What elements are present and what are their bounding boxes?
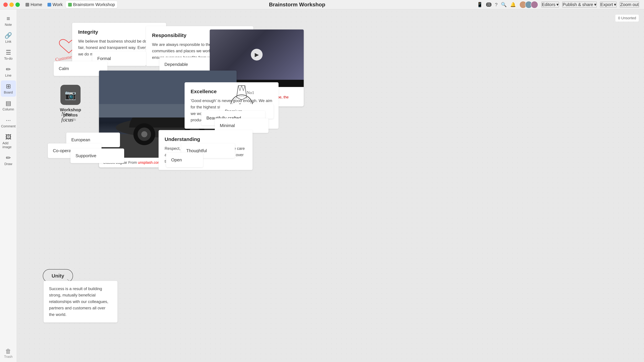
titlebar: Home Work Brainstorm Workshop Brainstorm… — [0, 0, 644, 9]
note-icon: ≡ — [6, 15, 10, 22]
sidebar-item-todo[interactable]: ☰ To-do — [1, 47, 16, 63]
unity-card[interactable]: Success is a result of building strong, … — [44, 281, 118, 323]
svg-text:No1: No1 — [247, 90, 254, 95]
export-button[interactable]: Export ▾ — [600, 2, 616, 7]
sidebar-board-label: Board — [4, 90, 13, 94]
sidebar-note-label: Note — [5, 23, 12, 27]
search-icon[interactable]: 🔍 — [501, 2, 507, 7]
notification-icon[interactable]: 🔔 — [510, 2, 516, 7]
help-icon[interactable]: ? — [495, 2, 498, 7]
tab-workshop-label: Brainstorm Workshop — [73, 2, 115, 7]
editors-label: Editors — [542, 2, 556, 7]
tag-dependable[interactable]: Dependable — [160, 57, 213, 72]
sidebar-draw-label: Draw — [4, 162, 12, 166]
sidebar-item-board[interactable]: ⊞ Board — [1, 80, 16, 97]
sidebar-comment-label: Comment — [1, 124, 16, 128]
column-icon: ▤ — [6, 100, 11, 107]
minimal-label: Minimal — [220, 123, 235, 128]
sidebar-item-line[interactable]: ✏ Line — [1, 63, 16, 80]
board-icon: ⊞ — [6, 83, 11, 90]
zoom-button[interactable]: Zoom out — [620, 2, 639, 7]
publish-label: Publish & share — [562, 2, 593, 7]
tab-bar: Home Work Brainstorm Workshop — [23, 1, 117, 8]
unsorted-badge[interactable]: 0 Unsorted — [615, 14, 639, 22]
open-label: Open — [171, 157, 182, 162]
publish-chevron-icon: ▾ — [594, 2, 596, 7]
svg-text:focus: focus — [61, 117, 73, 123]
home-tab-icon — [26, 3, 29, 6]
sidebar-item-draw[interactable]: ✏ Draw — [1, 152, 16, 168]
tab-work[interactable]: Work — [45, 1, 65, 8]
trash-button[interactable]: 🗑 Trash — [4, 348, 12, 359]
dependable-label: Dependable — [164, 62, 188, 67]
zoom-label: Zoom out — [620, 2, 639, 7]
camera-icon: 📷 — [64, 89, 76, 100]
tab-home[interactable]: Home — [23, 1, 44, 8]
addimage-icon: 🖼 — [5, 134, 12, 141]
sidebar-item-comment[interactable]: ··· Comment — [1, 114, 16, 131]
sidebar-link-label: Link — [5, 40, 12, 44]
new-focus-svg: New focus — [60, 109, 93, 123]
export-label: Export — [600, 2, 613, 7]
understanding-title: Understanding — [164, 135, 246, 143]
sidebar-item-note[interactable]: ≡ Note — [1, 13, 16, 29]
sidebar-column-label: Column — [2, 107, 14, 111]
new-focus-text: New focus — [60, 109, 93, 123]
caption-link[interactable]: unsplash.com — [138, 160, 161, 165]
top-icons: 📱 21 ? 🔍 🔔 — [477, 2, 516, 7]
unity-text: Success is a result of building strong, … — [49, 286, 112, 318]
svg-text:New: New — [61, 111, 72, 117]
trash-label: Trash — [4, 355, 12, 359]
avatar-group — [519, 1, 538, 8]
unity-circle[interactable]: Unity — [43, 269, 73, 283]
close-button[interactable] — [3, 2, 8, 7]
canvas: 0 Unsorted Customers Love us! Zero emiss… — [17, 9, 644, 362]
notification-badge[interactable]: 21 — [486, 2, 492, 7]
editors-chevron-icon: ▾ — [556, 2, 558, 7]
formal-label: Formal — [97, 56, 111, 61]
draw-icon: ✏ — [6, 154, 11, 161]
link-icon: 🔗 — [4, 32, 12, 39]
page-title: Brainstorm Workshop — [117, 1, 477, 8]
calm-label: Calm — [59, 66, 69, 71]
tag-open[interactable]: Open — [166, 153, 203, 167]
camera-icon-box: 📷 — [60, 85, 80, 105]
minimize-button[interactable] — [10, 2, 14, 7]
avatar-3 — [531, 1, 538, 8]
sidebar-addimage-label: Add image — [2, 141, 14, 149]
thoughtful-label: Thoughtful — [186, 148, 207, 153]
canvas-inner: 0 Unsorted Customers Love us! Zero emiss… — [17, 9, 644, 361]
titlebar-right: Editors ▾ Publish & share ▾ Export ▾ Zoo… — [519, 1, 639, 8]
play-button[interactable]: ▶ — [251, 49, 262, 60]
sidebar-item-link[interactable]: 🔗 Link — [1, 30, 16, 46]
european-label: European — [71, 137, 90, 142]
work-tab-icon — [48, 3, 51, 6]
todo-icon: ☰ — [6, 49, 11, 56]
maximize-button[interactable] — [16, 2, 20, 7]
line-icon: ✏ — [6, 66, 11, 73]
tag-supportive[interactable]: Supportive — [70, 149, 124, 163]
traffic-lights — [3, 2, 20, 7]
tab-work-label: Work — [52, 2, 62, 7]
supportive-label: Supportive — [76, 153, 96, 158]
trash-icon: 🗑 — [5, 348, 11, 355]
publish-button[interactable]: Publish & share ▾ — [562, 2, 597, 7]
device-icon: 📱 — [477, 2, 483, 7]
tab-home-label: Home — [30, 2, 42, 7]
export-chevron-icon: ▾ — [614, 2, 616, 7]
workshop-tab-icon — [68, 3, 72, 6]
svg-point-14 — [141, 131, 147, 137]
sidebar-item-column[interactable]: ▤ Column — [1, 97, 16, 114]
sidebar-line-label: Line — [5, 74, 12, 77]
sidebar-todo-label: To-do — [4, 57, 12, 60]
sidebar-item-addimage[interactable]: 🖼 Add image — [1, 131, 16, 151]
unity-label: Unity — [52, 273, 64, 279]
sidebar-bottom: 🗑 Trash — [4, 348, 12, 359]
comment-icon: ··· — [6, 117, 11, 124]
editors-button[interactable]: Editors ▾ — [542, 2, 559, 7]
sidebar: ≡ Note 🔗 Link ☰ To-do ✏ Line ⊞ Board ▤ C… — [0, 9, 17, 362]
tab-workshop[interactable]: Brainstorm Workshop — [66, 1, 118, 8]
